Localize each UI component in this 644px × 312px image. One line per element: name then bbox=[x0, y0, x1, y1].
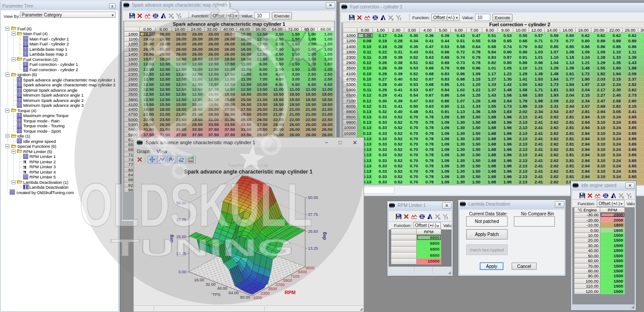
svg-text:°TPS: °TPS bbox=[211, 292, 220, 297]
svg-text:deg: deg bbox=[322, 232, 327, 240]
svg-text:1000: 1000 bbox=[253, 296, 262, 300]
svg-text:13.25: 13.25 bbox=[308, 246, 318, 251]
svg-text:13.25: 13.25 bbox=[176, 251, 186, 256]
svg-text:TunerPro - Version 5.00: TunerPro - Version 5.00 bbox=[228, 164, 268, 168]
svg-text:Spark advance angle characteri: Spark advance angle characteristic map c… bbox=[184, 169, 312, 175]
svg-text:4700: 4700 bbox=[275, 283, 284, 287]
svg-text:3500: 3500 bbox=[268, 287, 277, 291]
svg-text:37.75: 37.75 bbox=[308, 212, 318, 217]
svg-text:5900: 5900 bbox=[283, 278, 292, 283]
svg-text:25.50: 25.50 bbox=[308, 229, 318, 234]
svg-text:37.75: 37.75 bbox=[176, 218, 186, 222]
svg-text:9600: 9600 bbox=[306, 266, 315, 270]
svg-text:50.00: 50.00 bbox=[308, 195, 318, 200]
svg-text:RPM: RPM bbox=[285, 290, 295, 295]
svg-text:2300: 2300 bbox=[261, 291, 270, 296]
svg-text:25.50: 25.50 bbox=[176, 235, 186, 239]
svg-text:16.00: 16.00 bbox=[194, 278, 205, 282]
svg-text:48.00: 48.00 bbox=[217, 286, 227, 291]
svg-text:50.00: 50.00 bbox=[176, 201, 186, 205]
svg-text:7100: 7100 bbox=[291, 274, 299, 279]
svg-text:80.00: 80.00 bbox=[240, 295, 250, 300]
svg-text:8400: 8400 bbox=[298, 270, 307, 274]
svg-text:0.00: 0.00 bbox=[178, 270, 186, 274]
svg-text:deg: deg bbox=[169, 235, 174, 243]
svg-text:64.00: 64.00 bbox=[229, 291, 239, 295]
svg-text:32.00: 32.00 bbox=[205, 282, 216, 287]
